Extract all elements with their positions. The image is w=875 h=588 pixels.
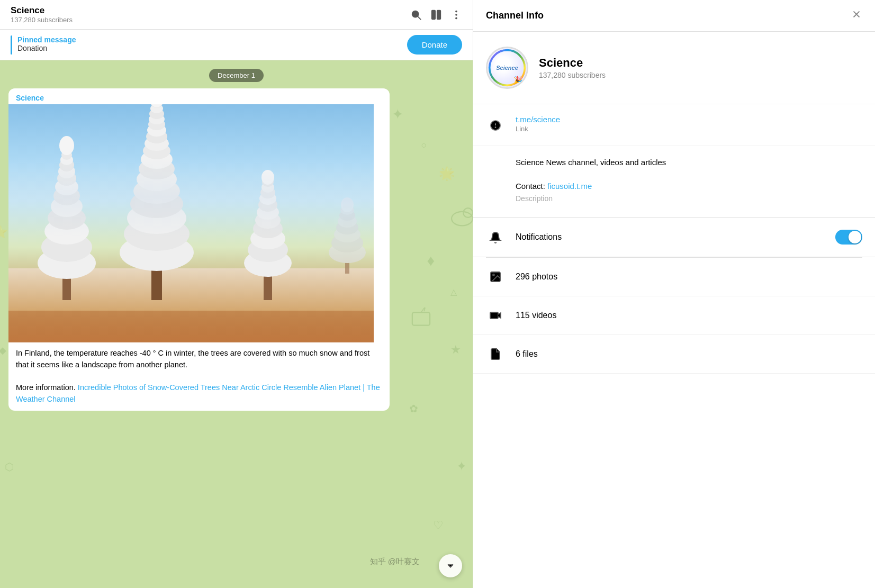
link-content: t.me/science Link [516, 115, 560, 133]
photos-label: 296 photos [516, 272, 557, 282]
subscribers-count: 137,280 subscribers [11, 16, 73, 24]
pinned-bar: Pinned message Donation Donate [0, 30, 473, 60]
channel-avatar: Science 🎉 [486, 47, 528, 89]
message-sender: Science [8, 88, 390, 104]
channel-description: Science News channel, videos and article… [516, 157, 666, 204]
pinned-content: Donation [17, 44, 76, 52]
svg-point-20 [452, 212, 473, 226]
close-icon[interactable] [851, 8, 862, 23]
svg-point-87 [493, 274, 494, 276]
pinned-text: Pinned message Donation [17, 35, 76, 52]
svg-text:✿: ✿ [409, 403, 418, 414]
svg-rect-88 [490, 312, 498, 319]
info-icon [486, 116, 505, 135]
svg-text:✦: ✦ [392, 106, 404, 122]
video-icon [486, 306, 505, 325]
message-text: In Finland, the temperature reaches -40 … [8, 342, 390, 411]
svg-text:◆: ◆ [0, 345, 6, 356]
svg-point-5 [455, 14, 457, 16]
info-panel: Channel Info [473, 0, 875, 588]
svg-text:🌟: 🌟 [439, 166, 455, 182]
contact-label: Contact: [516, 182, 547, 191]
chat-header-info: Science 137,280 subscribers [11, 5, 73, 24]
svg-text:♦: ♦ [427, 252, 435, 269]
svg-point-4 [455, 10, 457, 12]
files-label: 6 files [516, 349, 538, 359]
videos-label: 115 videos [516, 311, 556, 320]
svg-text:✦: ✦ [456, 459, 467, 473]
more-icon[interactable] [450, 9, 462, 21]
watermark: 知乎 @叶赛文 [370, 557, 420, 567]
svg-text:△: △ [450, 287, 457, 296]
chat-header: Science 137,280 subscribers [0, 0, 473, 30]
notifications-left: Notifications [486, 227, 562, 247]
channel-title: Science [11, 5, 73, 16]
contact-sublabel: Description [516, 194, 553, 203]
notifications-label: Notifications [516, 232, 562, 242]
scroll-down-button[interactable] [439, 554, 462, 577]
link-label: Link [516, 125, 560, 133]
info-channel-name: Science [539, 56, 606, 70]
svg-text:○: ○ [421, 140, 427, 150]
svg-point-37 [59, 136, 74, 155]
message-image [8, 104, 374, 342]
toggle-knob [849, 231, 861, 243]
pinned-accent [11, 35, 12, 55]
bell-icon [486, 228, 505, 247]
svg-line-1 [418, 16, 421, 20]
photos-icon [486, 267, 505, 286]
message-text-content: In Finland, the temperature reaches -40 … [16, 349, 369, 369]
contact-link[interactable]: ficusoid.t.me [547, 182, 592, 191]
donate-button[interactable]: Donate [407, 35, 462, 55]
search-icon[interactable] [410, 9, 422, 21]
file-icon [486, 345, 505, 364]
info-subscribers: 137,280 subscribers [539, 71, 606, 79]
svg-text:⭐: ⭐ [0, 225, 8, 239]
svg-text:♡: ♡ [433, 519, 444, 532]
svg-text:⬡: ⬡ [5, 461, 14, 473]
description-row: Science News channel, videos and article… [473, 146, 875, 218]
photos-row[interactable]: 296 photos [473, 258, 875, 296]
channel-profile: Science 🎉 Science 137,280 subscribers [473, 32, 875, 104]
svg-rect-2 [432, 10, 435, 19]
files-row[interactable]: 6 files [473, 335, 875, 374]
channel-link[interactable]: t.me/science [516, 115, 560, 124]
desc-icon-spacer [486, 158, 505, 177]
svg-text:★: ★ [450, 343, 461, 356]
svg-rect-22 [412, 312, 430, 325]
svg-point-0 [412, 11, 419, 17]
videos-row[interactable]: 115 videos [473, 296, 875, 335]
chat-panel: Science 137,280 subscribers [0, 0, 473, 588]
chat-background: ♡ ✦ 🌟 ⭐ ♦ ★ ✿ ◆ ✦ ♡ ⬡ ○ △ December 1 [0, 60, 473, 588]
info-header: Channel Info [473, 0, 875, 32]
channel-name-block: Science 137,280 subscribers [539, 56, 606, 79]
svg-point-6 [455, 17, 457, 19]
pinned-label: Pinned message [17, 35, 76, 44]
notifications-toggle[interactable] [835, 230, 862, 245]
message-bubble: Science [8, 88, 390, 411]
header-icons [410, 9, 462, 21]
message-more-info: More information. [16, 383, 76, 392]
notifications-row: Notifications [473, 218, 875, 257]
columns-icon[interactable] [430, 9, 442, 21]
svg-rect-3 [437, 10, 440, 19]
description-content: Science News channel, videos and article… [516, 157, 666, 204]
info-panel-title: Channel Info [486, 10, 544, 21]
link-row: t.me/science Link [473, 104, 875, 146]
pinned-left: Pinned message Donation [11, 35, 76, 55]
avatar-inner: Science 🎉 [488, 48, 527, 87]
